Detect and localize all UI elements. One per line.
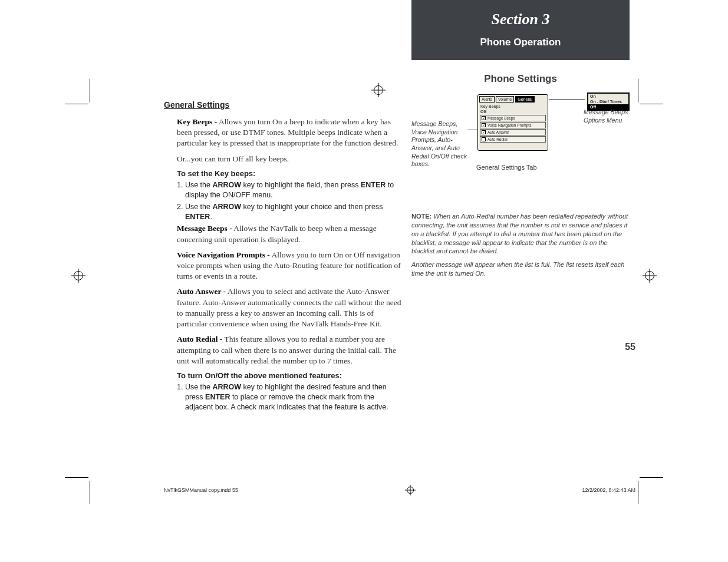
checkbox-label: Auto Answer: [487, 130, 509, 134]
key-beeps-or: Or...you can turn Off all key beeps.: [177, 154, 403, 164]
phone-settings-heading: Phone Settings: [411, 73, 630, 85]
toggle-features-heading: To turn On/Off the above mentioned featu…: [177, 371, 403, 380]
set-key-beeps-heading: To set the Key beeps:: [177, 169, 403, 178]
checkbox-row[interactable]: Message Beeps: [480, 115, 546, 121]
note-lead: NOTE:: [411, 213, 431, 220]
figure-caption-right: Message Beeps Options Menu: [584, 108, 630, 124]
set-key-beeps-step-1: 1. Use the ARROW key to highlight the fi…: [185, 180, 403, 200]
tab-general[interactable]: General: [515, 96, 535, 103]
device-screen: Alerts Volume General Key Beeps Off Mess…: [477, 94, 548, 151]
screen-keybeeps-value[interactable]: Off: [478, 109, 548, 114]
section-banner: Section 3 Phone Operation: [411, 0, 630, 60]
footer-timestamp: 12/2/2002, 8:42:43 AM: [582, 487, 635, 493]
voice-nav-paragraph: Voice Navigation Prompts - Allows you to…: [177, 250, 403, 282]
set-key-beeps-step-2: 2. Use the ARROW key to highlight your c…: [185, 202, 403, 222]
checkbox-icon[interactable]: [482, 137, 486, 141]
key-beeps-lead: Key Beeps -: [177, 117, 217, 126]
footer-file: NvTlkGSMManual copy.indd 55: [164, 487, 238, 493]
note-block: NOTE: When an Auto-Redial number has bee…: [411, 212, 630, 278]
general-settings-figure: Message Beeps, Voice Navigation Prompts,…: [411, 94, 630, 177]
figure-caption-bottom: General Settings Tab: [476, 164, 537, 171]
key-beeps-paragraph: Key Beeps - Allows you turn On a beep to…: [177, 117, 403, 149]
option-on[interactable]: On: [588, 94, 628, 99]
checkbox-icon[interactable]: [482, 123, 486, 127]
print-footer: NvTlkGSMManual copy.indd 55 12/2/2002, 8…: [164, 487, 635, 494]
checkbox-row[interactable]: Auto Answer: [480, 129, 546, 135]
general-settings-heading: General Settings: [164, 100, 403, 110]
figure-caption-left: Message Beeps, Voice Navigation Prompts,…: [411, 120, 473, 168]
section-label: Section 3: [417, 11, 624, 28]
checkbox-label: Voice Navigation Prompts: [487, 123, 531, 127]
checkbox-icon[interactable]: [482, 130, 486, 134]
checkbox-row[interactable]: Auto Redial: [480, 136, 546, 143]
toggle-features-step-1: 1. Use the ARROW key to highlight the de…: [185, 382, 403, 412]
message-beeps-paragraph: Message Beeps - Allows the NavTalk to be…: [177, 223, 403, 244]
checkbox-label: Message Beeps: [487, 116, 515, 120]
screen-keybeeps-label: Key Beeps: [478, 104, 548, 109]
checkbox-label: Auto Redial: [487, 137, 508, 141]
tab-volume[interactable]: Volume: [496, 96, 514, 103]
option-on-dtmf[interactable]: On - Dtmf Tones: [588, 99, 628, 104]
auto-answer-paragraph: Auto Answer - Allows you to select and a…: [177, 286, 403, 329]
registration-mark-icon: [407, 487, 414, 494]
note-secondary: Another message will appear when the lis…: [411, 260, 630, 278]
auto-redial-paragraph: Auto Redial - This feature allows you to…: [177, 334, 403, 366]
section-title: Phone Operation: [417, 37, 624, 48]
tab-alerts[interactable]: Alerts: [479, 96, 495, 103]
checkbox-row[interactable]: Voice Navigation Prompts: [480, 122, 546, 128]
page-number: 55: [625, 342, 635, 352]
checkbox-icon[interactable]: [482, 116, 486, 120]
